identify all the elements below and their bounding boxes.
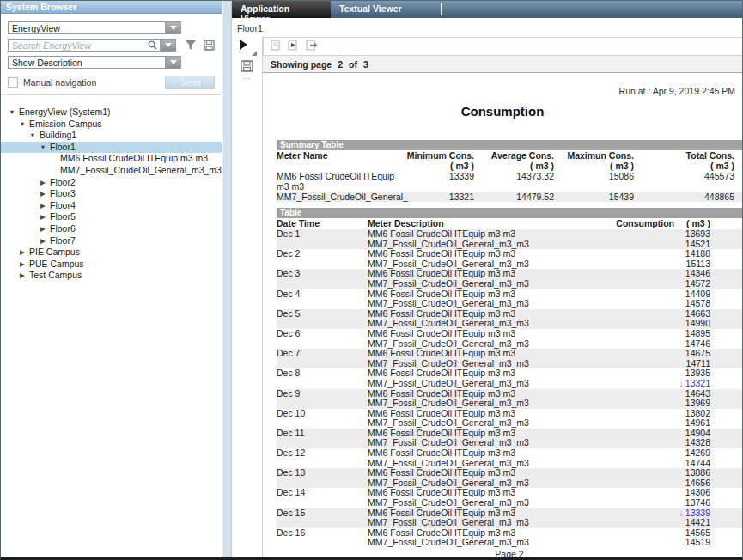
min-value-link[interactable]: 13339 — [685, 508, 710, 518]
panel-splitter[interactable] — [222, 1, 232, 557]
detail-row: Dec 1MM6 Fossil CrudeOil ITEquip m3 m313… — [277, 229, 742, 240]
detail-consumption-value: 14521 — [614, 240, 742, 250]
tree-item-mm6-fossil-crudeoil-itequip-m3-m3[interactable]: MM6 Fossil CrudeOil ITEquip m3 m3 — [1, 153, 222, 165]
detail-consumption-value: 13969 — [614, 399, 742, 409]
tree-item-floor3[interactable]: ▶Floor3 — [1, 188, 222, 200]
tree-item-floor7[interactable]: ▶Floor7 — [1, 235, 222, 247]
tab-application-viewer[interactable]: Application Viewer — [232, 1, 331, 18]
collapsed-triangle-icon[interactable]: ▶ — [39, 211, 47, 223]
tree-item-pie-campus[interactable]: ▶PIE Campus — [1, 247, 222, 259]
expanded-triangle-icon[interactable]: ▼ — [39, 142, 47, 154]
filter-icon[interactable] — [185, 40, 197, 51]
tree-item-pue-campus[interactable]: ▶PUE Campus — [1, 259, 222, 271]
tree-item-label: PUE Campus — [29, 259, 84, 271]
viewer-gutter: ... ... — [232, 37, 263, 557]
detail-meter-description: MM7_Fossil_CrudeOil_General_m3_m3 — [368, 498, 614, 508]
detail-date: Dec 3 — [277, 269, 368, 279]
page-footer: Page 2 — [277, 549, 742, 557]
system-dropdown-button[interactable] — [165, 22, 180, 33]
search-dropdown-button[interactable] — [160, 40, 175, 51]
expanded-triangle-icon[interactable]: ▼ — [28, 130, 37, 142]
collapsed-triangle-icon[interactable]: ▶ — [39, 200, 47, 212]
page-doc-icon[interactable] — [271, 39, 280, 54]
send-button[interactable]: Send — [165, 76, 215, 89]
run-report-button[interactable]: ... — [238, 40, 257, 57]
save-report-button[interactable]: ... — [241, 60, 253, 78]
tree-item-floor4[interactable]: ▶Floor4 — [1, 200, 222, 212]
tree-item-energyview-system1-[interactable]: ▼EnergyView (System1) — [1, 107, 222, 119]
tab-textual-viewer[interactable]: Textual Viewer — [331, 1, 441, 18]
description-dropdown[interactable]: Show Description — [8, 56, 181, 69]
tree-item-building1[interactable]: ▼Building1 — [1, 130, 222, 142]
search-input[interactable] — [9, 40, 148, 51]
detail-date: Dec 4 — [277, 289, 368, 300]
summary-col-avg: Average Cons.( m3 ) — [474, 150, 554, 171]
detail-date — [277, 538, 368, 548]
tree-item-floor1[interactable]: ▼Floor1 — [1, 142, 222, 154]
tree-item-floor6[interactable]: ▶Floor6 — [1, 223, 222, 235]
tree-item-label: Emission Campus — [29, 119, 102, 131]
system-dropdown-value: EnergyView — [9, 23, 165, 33]
collapsed-triangle-icon[interactable]: ▶ — [18, 270, 27, 282]
detail-consumption-value: 14306 — [614, 488, 742, 498]
page-play-icon[interactable] — [288, 39, 298, 54]
min-value-arrow-icon: ↓ — [679, 379, 684, 388]
detail-consumption-value: 14421 — [614, 518, 742, 528]
play-dots: ... — [239, 46, 247, 54]
detail-meter-description: MM7_Fossil_CrudeOil_General_m3_m3 — [368, 399, 614, 409]
system-browser-panel: System Browser EnergyView — [1, 1, 222, 557]
tree-item-emission-campus[interactable]: ▼Emission Campus — [1, 119, 222, 131]
summary-value: 15439 — [554, 192, 634, 202]
collapsed-triangle-icon[interactable]: ▶ — [39, 177, 47, 189]
report-canvas: Run at : Apr 9, 2019 2:45 PM Consumption… — [263, 73, 742, 557]
tree-item-label: Floor1 — [50, 142, 76, 154]
detail-consumption-value: 14990 — [614, 319, 742, 329]
detail-date: Dec 5 — [277, 309, 368, 320]
tree-item-label: Floor4 — [50, 200, 76, 212]
tree-item-test-campus[interactable]: ▶Test Campus — [1, 270, 222, 282]
detail-date: Dec 11 — [277, 429, 368, 439]
collapsed-triangle-icon[interactable]: ▶ — [39, 188, 47, 200]
detail-date: Dec 2 — [277, 249, 368, 259]
tree-item-label: Test Campus — [29, 270, 82, 282]
detail-consumption-value: 15113 — [614, 259, 742, 270]
collapsed-triangle-icon[interactable]: ▶ — [39, 223, 47, 235]
manual-navigation-checkbox[interactable] — [8, 77, 18, 88]
tree-item-label: MM6 Fossil CrudeOil ITEquip m3 m3 — [60, 153, 208, 165]
system-browser-controls: EnergyView — [1, 14, 222, 95]
paging-current: 2 — [338, 59, 343, 70]
page-export-icon[interactable] — [306, 39, 318, 54]
expanded-triangle-icon[interactable]: ▼ — [8, 107, 16, 119]
tree-item-mm7-fossil-crudeoil-general-m3-m3[interactable]: MM7_Fossil_CrudeOil_General_m3_m3 — [1, 165, 222, 177]
collapsed-triangle-icon[interactable]: ▶ — [39, 235, 47, 247]
detail-date: Dec 1 — [277, 229, 368, 240]
paging-total: 3 — [363, 59, 368, 70]
summary-value: 445573 — [634, 171, 742, 192]
save-icon[interactable] — [204, 40, 215, 51]
min-value-link[interactable]: 13321 — [685, 378, 710, 388]
summary-value: 13321 — [405, 192, 474, 202]
detail-consumption-value: ↓13321 — [614, 379, 742, 389]
summary-meter-name: MM6 Fossil CrudeOil ITEquip m3 m3 — [277, 171, 405, 192]
detail-consumption-value: 14656 — [614, 478, 742, 489]
detail-date: Dec 8 — [277, 368, 368, 379]
description-dropdown-button[interactable] — [165, 57, 180, 68]
detail-consumption-value: 14578 — [614, 299, 742, 309]
expanded-triangle-icon[interactable]: ▼ — [18, 119, 27, 131]
tree-item-floor5[interactable]: ▶Floor5 — [1, 211, 222, 223]
summary-col-max: Maximun Cons.( m3 ) — [554, 150, 634, 171]
system-dropdown[interactable]: EnergyView — [8, 21, 181, 34]
detail-date: Dec 10 — [277, 409, 368, 419]
detail-date: Dec 16 — [277, 528, 368, 539]
paging-label: Showing page — [271, 59, 332, 70]
detail-consumption-value: 14188 — [614, 249, 742, 259]
tree-item-floor2[interactable]: ▶Floor2 — [1, 177, 222, 189]
collapsed-triangle-icon[interactable]: ▶ — [18, 259, 27, 271]
detail-table: Date Time Meter Description Consumption(… — [277, 218, 742, 548]
detail-consumption-value: 14519 — [614, 538, 742, 548]
tree-item-label: Floor7 — [50, 235, 76, 247]
detail-meter-description: MM7_Fossil_CrudeOil_General_m3_m3 — [368, 299, 614, 309]
description-dropdown-value: Show Description — [9, 58, 165, 68]
detail-consumption-value: 14346 — [614, 269, 742, 279]
collapsed-triangle-icon[interactable]: ▶ — [18, 247, 27, 259]
